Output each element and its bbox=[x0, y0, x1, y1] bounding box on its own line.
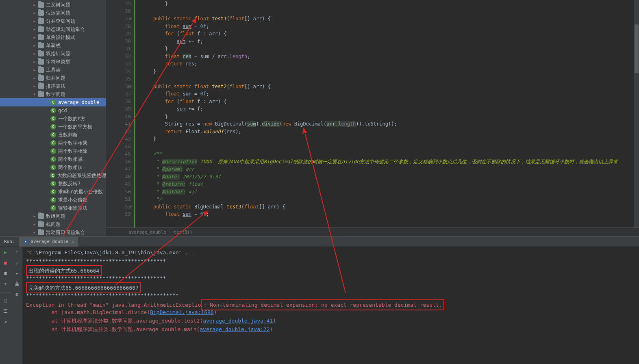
code-line[interactable]: } bbox=[141, 113, 639, 121]
chevron-right-icon[interactable] bbox=[33, 68, 37, 72]
code-line[interactable]: } bbox=[141, 135, 639, 143]
tree-class-item[interactable]: C大数问题系统函数处理 bbox=[0, 171, 106, 180]
code-line[interactable]: for (float f : arr) { bbox=[141, 98, 639, 106]
tree-folder[interactable]: 二叉树问题 bbox=[0, 1, 106, 9]
code-line[interactable]: } bbox=[141, 45, 639, 53]
tree-folder[interactable]: 滑动窗口问题集合 bbox=[0, 228, 106, 236]
tree-folder[interactable]: 单例设计模式 bbox=[0, 33, 106, 41]
code-line[interactable]: float sum = 0f; bbox=[141, 210, 639, 218]
tree-folder[interactable]: 数组问题 bbox=[0, 212, 106, 220]
code-line[interactable]: * @param: arr bbox=[141, 165, 639, 173]
print-button[interactable]: 🖶 bbox=[13, 280, 21, 288]
code-line[interactable]: float sum = 0f; bbox=[141, 90, 639, 98]
tree-folder-math[interactable]: 数学问题 bbox=[0, 90, 106, 98]
tree-folder[interactable]: 双指针问题 bbox=[0, 50, 106, 58]
scroll-up-button[interactable]: ↑ bbox=[13, 248, 21, 256]
code-line[interactable]: float res = sum / arr.length; bbox=[141, 53, 639, 61]
layout-button[interactable]: ⊞ bbox=[2, 269, 10, 277]
chevron-right-icon[interactable] bbox=[33, 230, 37, 234]
breadcrumb-method[interactable]: test3() bbox=[174, 230, 192, 235]
run-tab-active[interactable]: ▸ average_double × bbox=[19, 237, 79, 247]
tree-folder[interactable]: 栈问题 bbox=[0, 220, 106, 228]
code-line[interactable]: * @description TODO 原来JAVA中如果采用BigDecima… bbox=[141, 158, 639, 166]
stacktrace-link[interactable]: average_double.java:41 bbox=[203, 318, 273, 324]
tree-class-item[interactable]: C两个数字相乘 bbox=[0, 139, 106, 147]
code-content[interactable]: } public static float test1(float[] arr)… bbox=[140, 0, 639, 228]
code-line[interactable]: } bbox=[141, 68, 639, 76]
chevron-right-icon[interactable] bbox=[33, 76, 37, 80]
code-line[interactable]: float sum = 0f; bbox=[141, 23, 639, 30]
code-editor[interactable]: 252627⊖282930313233343536⊖37383940414243… bbox=[106, 0, 639, 236]
tree-class-item[interactable]: C一个数的n方 bbox=[0, 115, 106, 123]
code-line[interactable]: for (float f : arr) { bbox=[141, 30, 639, 38]
code-line[interactable] bbox=[141, 8, 639, 15]
project-tree[interactable]: 二叉树问题位运算问题分并查集问题动态规划问题集合单例设计模式单调栈双指针问题字符… bbox=[0, 0, 106, 236]
code-line[interactable]: /** bbox=[141, 150, 639, 158]
tree-class-item[interactable]: C整数反转7 bbox=[0, 180, 106, 188]
code-line[interactable]: * @date: 2021/5/7 9:37 bbox=[141, 173, 639, 181]
code-line[interactable] bbox=[141, 143, 639, 151]
tree-folder[interactable]: 动态规划问题集合 bbox=[0, 25, 106, 33]
chevron-right-icon[interactable] bbox=[33, 35, 37, 39]
code-line[interactable]: String res = new BigDecimal(sum).divide(… bbox=[141, 120, 639, 128]
pin-button[interactable]: ⥾ bbox=[2, 280, 10, 288]
chevron-right-icon[interactable] bbox=[33, 27, 37, 31]
soft-wrap-button[interactable]: ⤶ bbox=[13, 269, 21, 277]
breadcrumb-class[interactable]: average_double bbox=[128, 230, 166, 235]
tree-folder[interactable]: 排序算法 bbox=[0, 82, 106, 90]
tree-class-item[interactable]: Cgcd bbox=[0, 106, 106, 115]
chevron-right-icon[interactable] bbox=[33, 84, 37, 88]
code-line[interactable]: public static float test1(float[] arr) { bbox=[141, 15, 639, 23]
tree-class-item[interactable]: C两个数字相除 bbox=[0, 147, 106, 155]
scroll-down-button[interactable]: ↓ bbox=[13, 259, 21, 267]
stacktrace-link[interactable]: average_double.java:22 bbox=[200, 326, 270, 332]
chevron-right-icon[interactable] bbox=[33, 3, 37, 7]
dump-button[interactable]: ☰ bbox=[2, 307, 10, 315]
code-line[interactable]: * @return: float bbox=[141, 180, 639, 188]
exit-button[interactable]: ↗ bbox=[2, 318, 10, 326]
tree-folder[interactable]: 单调栈 bbox=[0, 41, 106, 50]
tree-class-item[interactable]: C两个数相减 bbox=[0, 155, 106, 163]
stacktrace-link[interactable]: BigDecimal.java:1690 bbox=[150, 309, 214, 315]
rerun-button[interactable]: ▶ bbox=[2, 248, 10, 256]
stop-button[interactable]: ■ bbox=[2, 259, 10, 267]
code-line[interactable] bbox=[141, 75, 639, 83]
tree-class-item[interactable]: C一个数的平方根 bbox=[0, 123, 106, 131]
code-line[interactable]: */ bbox=[141, 195, 639, 203]
code-line[interactable]: sum += f; bbox=[141, 105, 639, 113]
code-line[interactable]: * @author: xjl bbox=[141, 188, 639, 196]
tree-class-item[interactable]: C求最小公倍数 bbox=[0, 196, 106, 204]
code-line[interactable]: public static float test2(float[] arr) { bbox=[141, 83, 639, 91]
tree-class-item[interactable]: C丑数判断 bbox=[0, 131, 106, 139]
clear-button[interactable]: ⊗ bbox=[13, 290, 21, 299]
scrollbar-thumb[interactable] bbox=[635, 24, 639, 73]
tree-folder[interactable]: 工具类 bbox=[0, 66, 106, 74]
chevron-down-icon[interactable] bbox=[33, 92, 37, 96]
code-line[interactable]: return res; bbox=[141, 60, 639, 68]
chevron-right-icon[interactable] bbox=[33, 11, 37, 15]
code-line[interactable]: } bbox=[141, 0, 639, 8]
chevron-right-icon[interactable] bbox=[33, 222, 37, 226]
code-line[interactable]: return Float.valueOf(res); bbox=[141, 128, 639, 136]
tree-class-item[interactable]: C两个数相加 bbox=[0, 163, 106, 171]
editor-scrollbar[interactable] bbox=[634, 0, 639, 228]
tree-class-item[interactable]: Caverage_double bbox=[0, 98, 106, 106]
breadcrumb[interactable]: average_double › test3() bbox=[106, 228, 639, 236]
tree-class-item[interactable]: C求m和n的最小公倍数 bbox=[0, 188, 106, 196]
chevron-right-icon[interactable] bbox=[33, 43, 37, 48]
tree-folder[interactable]: 位运算问题 bbox=[0, 9, 106, 17]
close-icon[interactable]: × bbox=[72, 239, 74, 245]
line-number-gutter[interactable]: 252627⊖282930313233343536⊖37383940414243… bbox=[116, 0, 134, 228]
tree-class-item[interactable]: C辗转相除算法 bbox=[0, 204, 106, 212]
chevron-right-icon[interactable] bbox=[33, 19, 37, 23]
tree-folder[interactable]: 字符串类型 bbox=[0, 58, 106, 66]
chevron-right-icon[interactable] bbox=[33, 60, 37, 64]
tree-folder[interactable]: 分并查集问题 bbox=[0, 17, 106, 25]
console-output[interactable]: "C:\Program Files\Java\jdk1.8.0_191\bin\… bbox=[23, 247, 639, 364]
chevron-right-icon[interactable] bbox=[33, 214, 37, 218]
tree-folder[interactable]: 归并问题 bbox=[0, 74, 106, 82]
code-line[interactable]: public static BigDecimal test3(float[] a… bbox=[141, 203, 639, 211]
chevron-right-icon[interactable] bbox=[33, 52, 37, 56]
code-line[interactable]: sum += f; bbox=[141, 38, 639, 46]
debug-button[interactable]: ⬚ bbox=[2, 297, 10, 305]
